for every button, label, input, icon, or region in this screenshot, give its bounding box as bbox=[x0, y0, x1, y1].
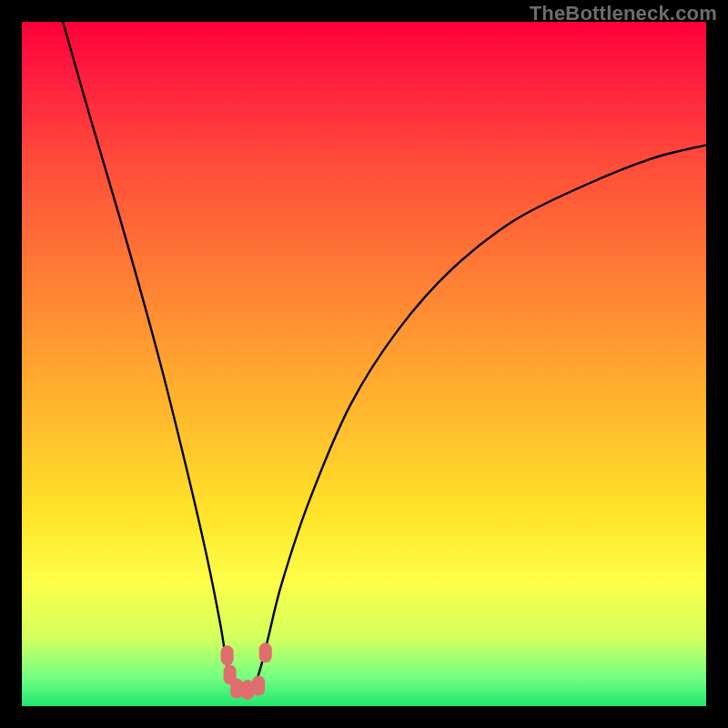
chart-frame: TheBottleneck.com bbox=[0, 0, 728, 728]
plot-area bbox=[22, 22, 706, 706]
marker-group bbox=[221, 642, 272, 700]
bottleneck-curve bbox=[63, 22, 706, 693]
left-marker-top bbox=[221, 645, 234, 665]
center-marker bbox=[241, 680, 254, 700]
right-marker-bot bbox=[252, 675, 265, 695]
right-marker-top bbox=[259, 642, 272, 662]
left-marker-bot bbox=[230, 678, 243, 698]
curve-overlay bbox=[22, 22, 706, 706]
